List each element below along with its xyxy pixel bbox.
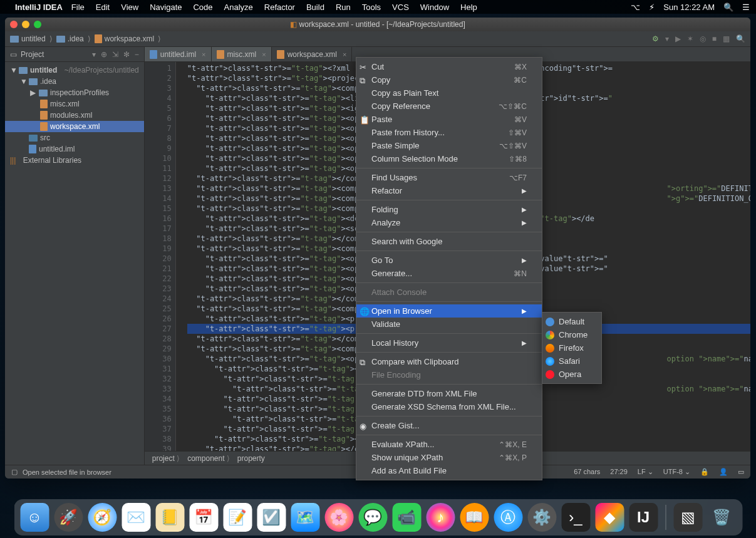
dock-messages[interactable]: 💬: [358, 503, 387, 532]
crumb-component[interactable]: component: [187, 454, 230, 463]
clock[interactable]: Sun 12:22 AM: [663, 3, 715, 12]
close-tab-icon[interactable]: ×: [202, 51, 205, 58]
ctx-find-usages[interactable]: Find Usages⌥F7: [356, 171, 542, 184]
tree-file-iml[interactable]: untitled.iml: [5, 143, 144, 155]
browser-safari[interactable]: Safari: [542, 354, 601, 368]
control-center-icon[interactable]: ☰: [742, 3, 750, 12]
menu-help[interactable]: Help: [460, 3, 477, 12]
debug-button[interactable]: ✶: [687, 34, 693, 43]
status-line-sep[interactable]: LF ⌄: [638, 468, 653, 476]
ctx-refactor[interactable]: Refactor▶: [356, 184, 542, 197]
ctx-generate[interactable]: Generate...⌘N: [356, 267, 542, 280]
app-name[interactable]: IntelliJ IDEA: [15, 3, 63, 12]
menu-file[interactable]: File: [71, 3, 85, 12]
menu-window[interactable]: Window: [420, 3, 449, 12]
layout-button[interactable]: ▦: [723, 34, 730, 43]
close-tab-icon[interactable]: ×: [343, 51, 346, 58]
dock-terminal[interactable]: ›_: [561, 503, 590, 532]
ctx-analyze[interactable]: Analyze▶: [356, 216, 542, 229]
project-tree[interactable]: ▼untitled ~/IdeaProjects/untitled ▼.idea…: [5, 62, 144, 168]
browser-chrome[interactable]: Chrome: [542, 328, 601, 341]
run-button[interactable]: ▶: [675, 34, 681, 43]
line-gutter[interactable]: 1234567891011121314151617181920212223242…: [145, 62, 176, 451]
ctx-validate[interactable]: Validate: [356, 318, 542, 331]
dock-notes[interactable]: 📝: [223, 503, 252, 532]
dock-safari[interactable]: 🧭: [88, 503, 117, 532]
ctx-folding[interactable]: Folding▶: [356, 203, 542, 216]
menu-refactor[interactable]: Refactor: [264, 3, 295, 12]
ctx-local-history[interactable]: Local History▶: [356, 336, 542, 349]
crumb-project[interactable]: project: [152, 454, 180, 463]
ctx-compare-clipboard[interactable]: ⧉Compare with Clipboard: [356, 355, 542, 368]
dock-calendar[interactable]: 📅: [189, 503, 218, 532]
project-panel-title[interactable]: Project: [21, 50, 44, 59]
ctx-column-selection[interactable]: Column Selection Mode⇧⌘8: [356, 152, 542, 165]
close-tab-icon[interactable]: ×: [262, 51, 266, 58]
menu-analyze[interactable]: Analyze: [224, 3, 253, 12]
dock-appstore[interactable]: Ⓐ: [494, 503, 522, 532]
bluetooth-icon[interactable]: ⌥: [631, 3, 640, 12]
tab-misc-xml[interactable]: misc.xml×: [212, 47, 272, 61]
ctx-generate-dtd[interactable]: Generate DTD from XML File: [356, 387, 542, 400]
fold-column[interactable]: [176, 62, 185, 451]
ctx-unique-xpath[interactable]: Show unique XPath⌃⌘X, P: [356, 451, 542, 464]
tree-project-root[interactable]: ▼untitled ~/IdeaProjects/untitled: [5, 65, 144, 76]
menu-build[interactable]: Build: [306, 3, 324, 12]
ctx-goto[interactable]: Go To▶: [356, 254, 542, 267]
locate-icon[interactable]: ⊕: [101, 50, 107, 59]
dock-launchpad[interactable]: 🚀: [54, 503, 83, 532]
ctx-evaluate-xpath[interactable]: Evaluate XPath...⌃⌘X, E: [356, 438, 542, 451]
dock-mail[interactable]: ✉️: [122, 503, 150, 532]
project-view-icon[interactable]: ▭: [10, 50, 17, 59]
dock-intellij[interactable]: IJ: [629, 503, 658, 532]
dock-itunes[interactable]: ♪: [426, 503, 455, 532]
dock-trash[interactable]: 🗑️: [707, 503, 736, 532]
menu-vcs[interactable]: VCS: [392, 3, 409, 12]
dock-maps[interactable]: 🗺️: [291, 503, 319, 532]
menu-code[interactable]: Code: [193, 3, 212, 12]
view-options-icon[interactable]: ▾: [92, 50, 96, 59]
tree-folder-idea[interactable]: ▼.idea: [5, 76, 144, 87]
memory-indicator[interactable]: ▭: [738, 468, 744, 476]
close-window-button[interactable]: [10, 21, 18, 28]
menu-run[interactable]: Run: [336, 3, 351, 12]
status-icon[interactable]: ▢: [11, 468, 18, 476]
status-caret-pos[interactable]: 27:29: [610, 468, 628, 476]
ctx-open-in-browser[interactable]: 🌐Open in Browser▶: [356, 304, 542, 318]
breadcrumb-file[interactable]: workspace.xml: [95, 34, 154, 43]
tab-untitled-iml[interactable]: untitled.iml×: [145, 47, 212, 61]
browser-firefox[interactable]: Firefox: [542, 341, 601, 354]
ctx-copy[interactable]: ⧉Copy⌘C: [356, 73, 542, 86]
ctx-cut[interactable]: ✂︎Cut⌘X: [356, 60, 542, 73]
tree-folder-src[interactable]: src: [5, 132, 144, 143]
menu-tools[interactable]: Tools: [362, 3, 381, 12]
settings-icon[interactable]: ✻: [123, 50, 130, 59]
ctx-add-ant[interactable]: Add as Ant Build File: [356, 464, 542, 477]
ctx-create-gist[interactable]: ◉Create Gist...: [356, 419, 542, 432]
dock-downloads[interactable]: ▧: [673, 503, 702, 532]
window-titlebar[interactable]: ◧ workspace.xml - untitled - [~/IdeaProj…: [5, 18, 750, 31]
ctx-file-encoding[interactable]: File Encoding: [356, 368, 542, 381]
search-everywhere-icon[interactable]: 🔍: [736, 34, 745, 43]
collapse-icon[interactable]: ⇲: [112, 50, 118, 59]
inspector-icon[interactable]: 👤: [719, 468, 728, 476]
browser-default[interactable]: Default: [542, 315, 601, 328]
ctx-generate-xsd[interactable]: Generate XSD Schema from XML File...: [356, 400, 542, 413]
ctx-search-google[interactable]: Search with Google: [356, 235, 542, 248]
menu-edit[interactable]: Edit: [96, 3, 110, 12]
coverage-button[interactable]: ◎: [700, 34, 706, 43]
maximize-window-button[interactable]: [34, 21, 41, 28]
tree-file-modules[interactable]: modules.xml: [5, 110, 144, 121]
status-encoding[interactable]: UTF-8 ⌄: [663, 468, 690, 476]
menu-navigate[interactable]: Navigate: [150, 3, 182, 12]
hide-icon[interactable]: −: [135, 50, 139, 59]
dock-photos[interactable]: 🌸: [324, 503, 353, 532]
dock-finder[interactable]: ☺: [20, 503, 49, 532]
dropdown-icon[interactable]: ▾: [665, 34, 669, 43]
spotlight-icon[interactable]: 🔍: [723, 3, 733, 12]
tab-workspace-xml[interactable]: workspace.xml×: [272, 47, 353, 61]
tree-file-misc[interactable]: misc.xml: [5, 98, 144, 110]
ctx-copy-reference[interactable]: Copy Reference⌥⇧⌘C: [356, 100, 542, 113]
menu-view[interactable]: View: [121, 3, 138, 12]
tree-folder-inspection[interactable]: ▶inspectionProfiles: [5, 87, 144, 98]
